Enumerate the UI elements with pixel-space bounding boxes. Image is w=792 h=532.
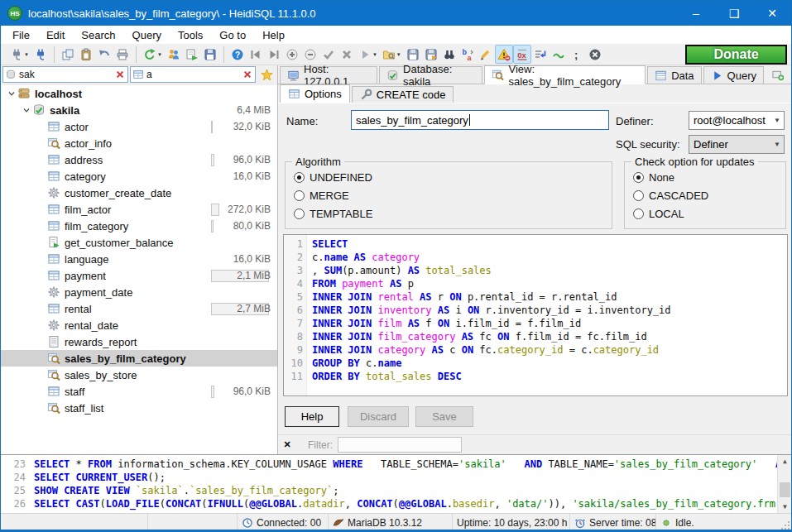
help-button[interactable]: ?	[228, 45, 247, 64]
tree-item-rental-date[interactable]: rental_date	[1, 317, 277, 333]
tree-item-category[interactable]: category16,0 KiB	[1, 168, 277, 185]
menu-item-search[interactable]: Search	[73, 27, 123, 43]
discard-button[interactable]: Discard	[348, 406, 409, 427]
algorithm-radio-temptable[interactable]: TEMPTABLE	[294, 208, 372, 220]
connect-button[interactable]: ▼	[7, 45, 31, 64]
radio-button[interactable]	[294, 172, 305, 183]
algorithm-radio-merge[interactable]: MERGE	[294, 189, 349, 202]
menu-item-file[interactable]: File	[4, 27, 38, 43]
disconnect-button[interactable]	[31, 45, 50, 64]
copy-database-button[interactable]	[201, 45, 219, 64]
clear-filter-button[interactable]	[113, 67, 127, 82]
tree-item-film-category[interactable]: film_category80,0 KiB	[1, 218, 277, 234]
delimiter-button[interactable]: ;	[568, 45, 586, 64]
chevron-down-icon[interactable]: ▼	[396, 52, 401, 57]
favorites-button[interactable]	[257, 66, 276, 83]
stop-button[interactable]	[586, 45, 604, 64]
warnings-button[interactable]	[495, 45, 513, 64]
menu-item-tools[interactable]: Tools	[170, 27, 211, 43]
refresh-button[interactable]: ▼	[141, 45, 165, 64]
insert-row-button[interactable]	[283, 45, 301, 64]
tree-item-staff[interactable]: staff96,0 KiB	[1, 383, 277, 400]
tree-item-language[interactable]: language16,0 KiB	[1, 251, 277, 267]
find-button[interactable]	[440, 45, 458, 64]
radio-button[interactable]	[294, 190, 305, 201]
menu-item-query[interactable]: Query	[124, 27, 170, 43]
tab-query[interactable]: Query	[703, 66, 764, 84]
scroll-thumb[interactable]	[780, 482, 790, 497]
tree-item-rewards-report[interactable]: rewards_report	[1, 333, 277, 350]
case-button[interactable]: ba	[458, 45, 477, 64]
subtab-options[interactable]: Options	[280, 84, 350, 103]
hex-view-button[interactable]: 0x	[513, 45, 531, 64]
post-changes-button[interactable]	[319, 45, 338, 64]
expander-collapse[interactable]	[6, 89, 17, 98]
tree-item-localhost[interactable]: localhost	[1, 85, 277, 102]
tab-view-sales-by-film-category[interactable]: View: sales_by_film_category	[484, 65, 646, 84]
tree-item-staff-list[interactable]: staff_list	[1, 400, 277, 416]
view-sql-editor[interactable]: 1234567891011 SELECTc.name AS category, …	[283, 234, 788, 396]
algorithm-radio-undefined[interactable]: UNDEFINED	[294, 171, 372, 184]
filter-input[interactable]	[338, 437, 462, 453]
new-query-tab-button[interactable]	[766, 66, 791, 84]
scroll-down-arrow[interactable]: ▼	[778, 501, 791, 513]
sql-security-combobox[interactable]: Definer▼	[689, 135, 785, 154]
load-sql-file-button[interactable]: ▼	[380, 45, 404, 64]
tab-database-sakila[interactable]: Database: sakila	[379, 66, 482, 84]
radio-button[interactable]	[633, 208, 644, 219]
chevron-down-icon[interactable]: ▼	[372, 52, 377, 57]
tree-item-actor[interactable]: actor32,0 KiB	[1, 118, 277, 135]
tree-item-address[interactable]: address96,0 KiB	[1, 151, 277, 168]
radio-button[interactable]	[633, 190, 644, 201]
log-scrollbar[interactable]: ▲ ▼	[777, 455, 791, 513]
tree-item-film-actor[interactable]: film_actor272,0 KiB	[1, 201, 277, 218]
save-sql-button[interactable]	[404, 45, 422, 64]
last-row-button[interactable]	[265, 45, 283, 64]
run-query-button[interactable]: ▼	[356, 45, 380, 64]
radio-button[interactable]	[633, 172, 644, 183]
delete-row-button[interactable]	[301, 45, 319, 64]
expander-collapse[interactable]	[21, 105, 32, 115]
chevron-down-icon[interactable]: ▼	[157, 52, 162, 57]
help-button[interactable]: Help	[285, 406, 339, 427]
database-filter-input[interactable]: sak	[2, 66, 128, 83]
tree-item-sakila[interactable]: sakila6,4 MiB	[1, 102, 277, 118]
minimize-button[interactable]: –	[677, 1, 715, 26]
clear-filter-button[interactable]	[240, 67, 255, 82]
tree-item-customer-create-date[interactable]: customer_create_date	[1, 185, 277, 201]
autocomplete-button[interactable]	[531, 45, 550, 64]
maximize-button[interactable]: ❑	[715, 1, 753, 26]
reformat-button[interactable]	[550, 45, 568, 64]
tree-item-payment[interactable]: payment2,1 MiB	[1, 267, 277, 284]
donate-button[interactable]: Donate	[685, 45, 787, 65]
tree-item-payment-date[interactable]: payment_date	[1, 284, 277, 300]
scroll-up-arrow[interactable]: ▲	[778, 455, 791, 467]
tree-item-rental[interactable]: rental2,7 MiB	[1, 300, 277, 317]
print-button[interactable]	[113, 45, 132, 64]
view-name-input[interactable]: sales_by_film_category	[351, 110, 609, 130]
tab-host-127-0-0-1[interactable]: Host: 127.0.0.1	[280, 66, 377, 84]
subtab-create-code[interactable]: CREATE code	[352, 86, 454, 103]
menu-item-go-to[interactable]: Go to	[211, 27, 254, 43]
check-option-radio-cascaded[interactable]: CASCADED	[633, 189, 708, 202]
tree-item-sales-by-film-category[interactable]: sales_by_film_category	[1, 350, 277, 367]
user-manager-button[interactable]	[165, 45, 183, 64]
paste-button[interactable]	[77, 45, 95, 64]
save-sql-as-button[interactable]	[422, 45, 440, 64]
first-row-button[interactable]	[247, 45, 265, 64]
cancel-editing-button[interactable]	[338, 45, 356, 64]
tree-item-get-customer-balance[interactable]: get_customer_balance	[1, 234, 277, 251]
tree-item-actor-info[interactable]: actor_info	[1, 135, 277, 151]
close-button[interactable]: ✕	[753, 1, 791, 26]
radio-button[interactable]	[294, 208, 305, 219]
table-filter-input[interactable]: a	[130, 66, 256, 83]
copy-button[interactable]	[59, 45, 77, 64]
tab-data[interactable]: Data	[647, 66, 701, 84]
definer-combobox[interactable]: root@localhost▼	[689, 111, 785, 130]
filter-close-button[interactable]: ✕	[278, 439, 296, 450]
menu-item-edit[interactable]: Edit	[38, 27, 73, 43]
check-option-radio-none[interactable]: None	[633, 171, 674, 184]
save-button[interactable]: Save	[415, 406, 473, 427]
undo-button[interactable]	[95, 45, 113, 64]
check-option-radio-local[interactable]: LOCAL	[633, 208, 684, 220]
